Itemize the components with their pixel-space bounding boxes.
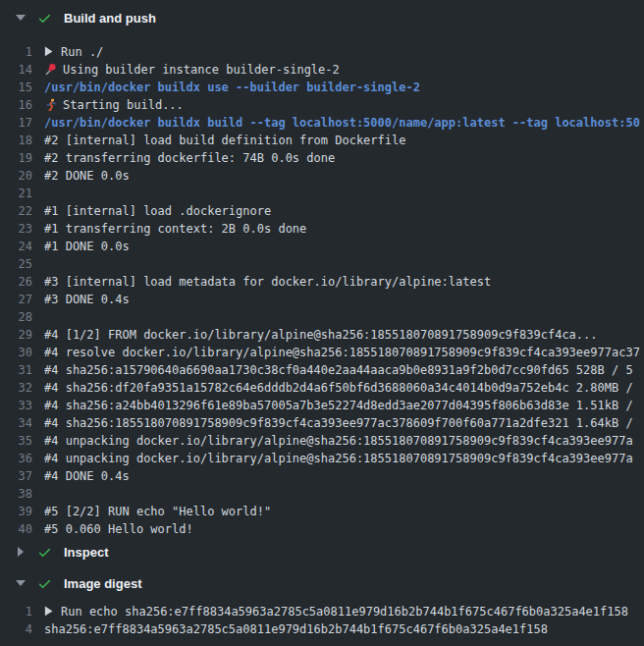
section-content-build-and-push: 1Run ./14Using builder instance builder-… [0,35,644,538]
line-number[interactable]: 29 [0,326,44,344]
log-line: 1Run ./ [0,43,644,61]
log-line: 26#3 [internal] load metadata for docker… [0,273,644,291]
line-number[interactable]: 21 [0,185,44,202]
line-number[interactable]: 38 [0,485,44,503]
line-number[interactable]: 31 [0,361,44,379]
log-text-content: Using builder instance builder-single-2 [63,63,340,77]
log-text: #4 sha256:a15790640a6690aa1730c38cf0a440… [44,361,644,379]
log-text: #5 0.060 Hello world! [44,520,644,538]
log-text: Run echo sha256:e7ff8834a5963a2785c5a081… [44,603,644,620]
log-text: #5 [2/2] RUN echo "Hello world!" [44,503,644,520]
check-icon [37,576,52,591]
line-number[interactable]: 4 [0,620,44,638]
log-text: #4 DONE 0.4s [44,467,644,485]
log-text: #4 [1/2] FROM docker.io/library/alpine@s… [44,326,644,344]
log-text: /usr/bin/docker buildx build --tag local… [44,114,644,132]
check-icon [37,545,52,560]
section-header-build-and-push[interactable]: Build and push [0,0,644,35]
log-text-content: #5 0.060 Hello world! [44,522,193,536]
log-text: #4 unpacking docker.io/library/alpine@sh… [44,432,644,450]
line-number[interactable]: 25 [0,255,44,273]
log-line: 23#1 transferring context: 2B 0.0s done [0,220,644,238]
log-text [44,308,644,326]
line-number[interactable]: 33 [0,397,44,414]
log-text: #4 sha256:185518070891758909c9f839cf4ca3… [44,414,644,432]
log-line: 28 [0,308,644,326]
log-line: 39#5 [2/2] RUN echo "Hello world!" [0,503,644,520]
chevron-down-icon[interactable] [13,580,28,586]
line-number[interactable]: 37 [0,467,44,485]
log-section-inspect: Inspect [0,538,644,565]
log-line: 18#2 [internal] load build definition fr… [0,132,644,149]
log-text-content: Starting build... [63,98,184,112]
line-number[interactable]: 26 [0,273,44,291]
line-number[interactable]: 20 [0,167,44,185]
section-title: Build and push [64,11,156,26]
line-number[interactable]: 32 [0,379,44,397]
check-icon [37,11,52,26]
log-text-content: #1 transferring context: 2B 0.0s done [44,222,306,236]
line-number[interactable]: 1 [0,43,44,61]
line-number[interactable]: 28 [0,308,44,326]
log-line: 14Using builder instance builder-single-… [0,61,644,79]
log-text [44,485,644,503]
log-line: 20#2 DONE 0.0s [0,167,644,185]
log-line: 17/usr/bin/docker buildx build --tag loc… [0,114,644,132]
log-section-image-digest: Image digest1Run echo sha256:e7ff8834a59… [0,569,644,638]
log-line: 37#4 DONE 0.4s [0,467,644,485]
line-number[interactable]: 16 [0,96,44,114]
log-text-content: #1 [internal] load .dockerignore [44,204,271,218]
log-text-content: #4 sha256:df20fa9351a15782c64e6dddb2d4a6… [44,381,633,395]
log-text-content: /usr/bin/docker buildx use --builder bui… [44,81,420,94]
line-number[interactable]: 24 [0,238,44,255]
runner-icon [44,98,57,111]
section-header-image-digest[interactable]: Image digest [0,569,644,597]
line-number[interactable]: 15 [0,79,44,96]
section-content-image-digest: 1Run echo sha256:e7ff8834a5963a2785c5a08… [0,597,644,638]
log-line: 34#4 sha256:185518070891758909c9f839cf4c… [0,414,644,432]
log-text: /usr/bin/docker buildx use --builder bui… [44,79,644,96]
log-text-content: /usr/bin/docker buildx build --tag local… [44,116,640,130]
line-number[interactable]: 35 [0,432,44,450]
line-number[interactable]: 40 [0,520,44,538]
section-header-inspect[interactable]: Inspect [0,538,644,565]
log-text: #1 [internal] load .dockerignore [44,202,644,220]
log-text: #4 unpacking docker.io/library/alpine@sh… [44,450,644,467]
log-text-content: sha256:e7ff8834a5963a2785c5a0811e979d16b… [44,622,548,636]
line-number[interactable]: 1 [0,603,44,620]
log-text: Run ./ [44,43,644,61]
log-text: #4 sha256:df20fa9351a15782c64e6dddb2d4a6… [44,379,644,397]
chevron-down-icon[interactable] [13,15,28,21]
line-number[interactable]: 30 [0,344,44,361]
log-text [44,185,644,202]
log-line: 32#4 sha256:df20fa9351a15782c64e6dddb2d4… [0,379,644,397]
play-icon [44,44,53,55]
log-text: Using builder instance builder-single-2 [44,61,644,79]
line-number[interactable]: 23 [0,220,44,238]
log-text-content: #3 [internal] load metadata for docker.i… [44,275,491,289]
log-text-content: Run echo sha256:e7ff8834a5963a2785c5a081… [61,605,628,619]
chevron-right-icon[interactable] [13,547,28,557]
log-text: #2 DONE 0.0s [44,167,644,185]
workflow-log-panel: Build and push1Run ./14Using builder ins… [0,0,644,638]
line-number[interactable]: 39 [0,503,44,520]
log-text-content: #4 unpacking docker.io/library/alpine@sh… [44,452,633,465]
line-number[interactable]: 34 [0,414,44,432]
log-text-content: #4 sha256:185518070891758909c9f839cf4ca3… [44,416,633,430]
line-number[interactable]: 14 [0,61,44,79]
log-line: 36#4 unpacking docker.io/library/alpine@… [0,450,644,467]
line-number[interactable]: 18 [0,132,44,149]
log-line: 33#4 sha256:a24bb4013296f61e89ba57005a7b… [0,397,644,414]
log-text-content: #2 [internal] load build definition from… [44,134,405,147]
log-line: 4sha256:e7ff8834a5963a2785c5a0811e979d16… [0,620,644,638]
line-number[interactable]: 17 [0,114,44,132]
line-number[interactable]: 36 [0,450,44,467]
log-text: #2 transferring dockerfile: 74B 0.0s don… [44,149,644,167]
log-text-content: #1 DONE 0.0s [44,240,130,253]
log-line: 24#1 DONE 0.0s [0,238,644,255]
line-number[interactable]: 22 [0,202,44,220]
line-number[interactable]: 27 [0,291,44,308]
line-number[interactable]: 19 [0,149,44,167]
log-text-content: #2 transferring dockerfile: 74B 0.0s don… [44,151,335,165]
log-text-content: Run ./ [61,45,103,59]
